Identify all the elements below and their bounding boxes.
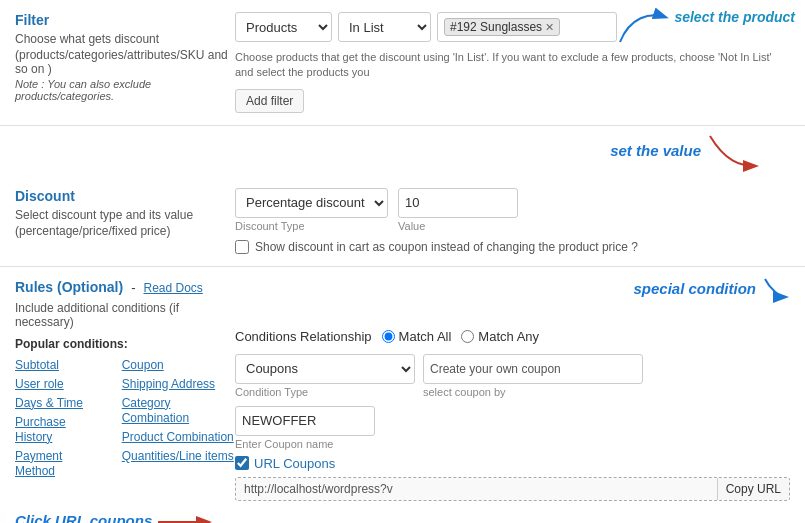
filter-tag: #192 Sunglasses ✕ [444, 18, 560, 36]
list-item: Shipping Address [122, 376, 235, 391]
filter-left-panel: Filter Choose what gets discount (produc… [15, 12, 235, 113]
select-product-annotation: select the product [674, 9, 795, 25]
condition-type-row: Coupons Subtotal User role Condition Typ… [235, 354, 790, 398]
copy-url-button[interactable]: Copy URL [717, 478, 789, 500]
discount-title: Discount [15, 188, 235, 204]
rules-right-panel: special condition Conditions Relationshi… [235, 279, 790, 523]
list-item: Coupon [122, 357, 235, 372]
filter-controls-row: Products Categories Attributes SKU In Li… [235, 12, 790, 42]
filter-title: Filter [15, 12, 235, 28]
condition-type-label: Condition Type [235, 386, 415, 398]
match-any-radio-label[interactable]: Match Any [461, 329, 539, 344]
click-url-annotation-row: Click URL coupons [15, 512, 235, 523]
add-filter-button[interactable]: Add filter [235, 89, 304, 113]
create-coupon-field: select coupon by [423, 354, 643, 398]
days-time-link[interactable]: Days & Time [15, 396, 83, 410]
quantities-link[interactable]: Quantities/Line items [122, 449, 234, 463]
discount-value-field: Value [398, 188, 518, 232]
subtotal-link[interactable]: Subtotal [15, 358, 59, 372]
purchase-history-link[interactable]: Purchase History [15, 415, 66, 444]
set-value-arrow-icon [705, 131, 765, 171]
show-discount-row: Show discount in cart as coupon instead … [235, 240, 790, 254]
filter-desc2: (products/categories/attributes/SKU and … [15, 48, 235, 76]
coupon-name-input[interactable] [235, 406, 375, 436]
url-text: http://localhost/wordpress?v [236, 478, 717, 500]
list-item: User role [15, 376, 102, 391]
list-item: Subtotal [15, 357, 102, 372]
filter-section: Filter Choose what gets discount (produc… [0, 0, 805, 126]
show-discount-checkbox[interactable] [235, 240, 249, 254]
url-copy-row: http://localhost/wordpress?v Copy URL [235, 477, 790, 501]
discount-type-select[interactable]: Percentage discount Fixed price Price di… [235, 188, 388, 218]
filter-type-select[interactable]: Products Categories Attributes SKU [235, 12, 332, 42]
url-coupons-row: URL Coupons [235, 456, 790, 471]
discount-value-label: Value [398, 220, 518, 232]
filter-tag-input[interactable]: #192 Sunglasses ✕ [437, 12, 617, 42]
list-item: Category Combination [122, 395, 235, 425]
product-combination-link[interactable]: Product Combination [122, 430, 234, 444]
shipping-address-link[interactable]: Shipping Address [122, 377, 215, 391]
set-value-annotation: set the value [610, 142, 701, 159]
conditions-relationship-row: Conditions Relationship Match All Match … [235, 329, 790, 344]
click-url-annotation: Click URL coupons [15, 512, 152, 523]
filter-right-panel: Products Categories Attributes SKU In Li… [235, 12, 790, 113]
match-all-radio-label[interactable]: Match All [382, 329, 452, 344]
list-item: Payment Method [15, 448, 102, 478]
create-coupon-input[interactable] [423, 354, 643, 384]
discount-type-field: Percentage discount Fixed price Price di… [235, 188, 388, 232]
condition-type-field: Coupons Subtotal User role Condition Typ… [235, 354, 415, 398]
discount-controls-row: Percentage discount Fixed price Price di… [235, 188, 790, 232]
filter-desc1: Choose what gets discount [15, 32, 235, 46]
popular-col2: Coupon Shipping Address Category Combina… [122, 357, 235, 482]
select-coupon-by-label: select coupon by [423, 386, 643, 398]
popular-conditions-label: Popular conditions: [15, 337, 235, 351]
url-coupons-checkbox[interactable] [235, 456, 249, 470]
conditions-block: Conditions Relationship Match All Match … [235, 329, 790, 501]
match-any-radio[interactable] [461, 330, 474, 343]
special-condition-annotation: special condition [633, 280, 756, 297]
payment-method-link[interactable]: Payment Method [15, 449, 62, 478]
enter-coupon-label: Enter Coupon name [235, 438, 790, 450]
click-url-arrow-icon [158, 512, 218, 523]
coupon-name-section: Enter Coupon name URL Coupons http://loc… [235, 406, 790, 501]
user-role-link[interactable]: User role [15, 377, 64, 391]
show-discount-label: Show discount in cart as coupon instead … [255, 240, 638, 254]
popular-conditions-list: Subtotal User role Days & Time Purchase … [15, 357, 235, 482]
discount-desc1: Select discount type and its value [15, 208, 235, 222]
filter-tag-label: #192 Sunglasses [450, 20, 542, 34]
list-item: Product Combination [122, 429, 235, 444]
discount-type-label: Discount Type [235, 220, 388, 232]
discount-value-input[interactable] [398, 188, 518, 218]
rules-section: Rules (Optional) - Read Docs Include add… [0, 267, 805, 523]
rules-desc: Include additional conditions (if necess… [15, 301, 235, 329]
discount-section: Discount Select discount type and its va… [0, 176, 805, 267]
list-item: Quantities/Line items [122, 448, 235, 463]
url-coupons-label: URL Coupons [254, 456, 335, 471]
condition-type-select[interactable]: Coupons Subtotal User role [235, 354, 415, 384]
list-item: Purchase History [15, 414, 102, 444]
category-combination-link[interactable]: Category Combination [122, 396, 189, 425]
special-condition-annotation-row: special condition [235, 279, 790, 299]
rules-title: Rules (Optional) [15, 279, 123, 295]
filter-note: Note : You can also exclude products/cat… [15, 78, 235, 102]
match-all-radio[interactable] [382, 330, 395, 343]
conditions-relationship-label: Conditions Relationship [235, 329, 372, 344]
special-condition-arrow-icon [760, 279, 790, 299]
match-all-label: Match All [399, 329, 452, 344]
match-any-label: Match Any [478, 329, 539, 344]
list-item: Days & Time [15, 395, 102, 410]
read-docs-link[interactable]: Read Docs [143, 281, 202, 295]
coupon-link[interactable]: Coupon [122, 358, 164, 372]
rules-left-panel: Rules (Optional) - Read Docs Include add… [15, 279, 235, 523]
filter-list-select[interactable]: In List Not In List [338, 12, 431, 42]
discount-left-panel: Discount Select discount type and its va… [15, 188, 235, 254]
set-value-annotation-bar: set the value [0, 126, 805, 176]
select-product-arrow-icon [610, 7, 670, 47]
filter-hint: Choose products that get the discount us… [235, 50, 790, 81]
discount-desc2: (percentage/price/fixed price) [15, 224, 235, 238]
popular-col1: Subtotal User role Days & Time Purchase … [15, 357, 102, 482]
discount-right-panel: Percentage discount Fixed price Price di… [235, 188, 790, 254]
filter-tag-remove[interactable]: ✕ [545, 21, 554, 34]
